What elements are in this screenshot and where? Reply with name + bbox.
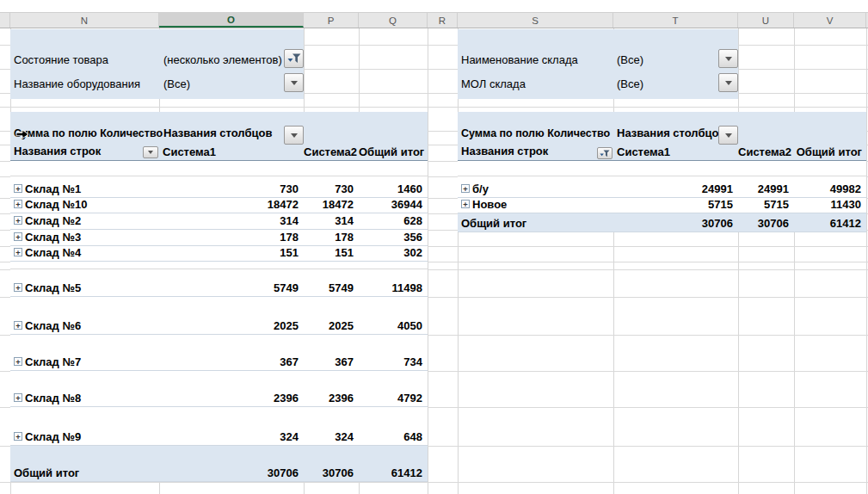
expand-button[interactable]: + xyxy=(14,321,22,330)
columns-dropdown-button[interactable] xyxy=(284,126,304,145)
plus-icon: + xyxy=(463,185,467,192)
pivot-column-header[interactable]: Система1 xyxy=(159,145,304,160)
value-cell[interactable]: 61412 xyxy=(359,466,428,481)
column-header-S[interactable]: S xyxy=(458,13,613,28)
value-cell[interactable]: 5749 xyxy=(159,281,304,296)
row-label-cell[interactable]: +Склад №9 xyxy=(10,430,159,445)
expand-button[interactable]: + xyxy=(461,184,470,193)
value-cell[interactable]: 730 xyxy=(304,182,359,197)
column-header-O-selected[interactable]: O xyxy=(159,13,304,28)
table-row: +Склад №2 314 314 628 xyxy=(10,213,428,230)
row-label-cell[interactable]: +Склад №1 xyxy=(10,182,159,197)
filter-dropdown-button[interactable] xyxy=(718,73,738,92)
filter-value[interactable]: (Все) xyxy=(163,77,190,90)
value-cell[interactable]: 4792 xyxy=(359,392,428,406)
column-header-Q[interactable]: Q xyxy=(359,13,428,28)
value-cell[interactable]: 4050 xyxy=(359,319,428,334)
row-label-cell[interactable]: +Новое xyxy=(458,198,613,213)
value-cell[interactable]: 30706 xyxy=(738,217,794,232)
value-cell[interactable]: 324 xyxy=(304,430,359,445)
pivot-column-header[interactable]: Система1 xyxy=(613,145,738,160)
filter-dropdown-button[interactable] xyxy=(718,49,738,68)
chevron-down-icon xyxy=(291,133,298,138)
expand-button[interactable]: + xyxy=(14,393,22,402)
pivot-column-header[interactable]: Общий итог xyxy=(359,145,428,160)
expand-button[interactable]: + xyxy=(14,248,22,256)
value-cell[interactable]: 30706 xyxy=(613,217,738,232)
filter-value[interactable]: (несколько элементов) xyxy=(163,53,282,66)
value-cell[interactable]: 314 xyxy=(159,214,304,229)
value-cell[interactable]: 24991 xyxy=(613,182,738,197)
pivot-filter-area-right: Наименование склада (Все) МОЛ склада (Вс… xyxy=(458,29,738,99)
value-cell[interactable]: 5715 xyxy=(738,198,794,213)
expand-button[interactable]: + xyxy=(14,232,22,241)
value-cell[interactable]: 36944 xyxy=(359,198,428,213)
value-cell[interactable]: 18472 xyxy=(304,198,359,213)
pivot-column-header[interactable]: Система2 xyxy=(304,145,359,160)
value-cell[interactable]: 49982 xyxy=(794,182,866,197)
value-cell[interactable]: 30706 xyxy=(159,466,304,481)
column-header-P[interactable]: P xyxy=(304,13,359,28)
row-label-cell[interactable]: +Склад №7 xyxy=(10,355,159,370)
filter-value[interactable]: (Все) xyxy=(617,53,643,66)
expand-button[interactable]: + xyxy=(14,216,22,225)
value-cell[interactable]: 61412 xyxy=(794,217,866,232)
value-cell[interactable]: 356 xyxy=(359,231,428,245)
row-label-cell[interactable]: Общий итог xyxy=(10,466,159,481)
expand-button[interactable]: + xyxy=(14,357,22,366)
value-cell[interactable]: 151 xyxy=(159,246,304,261)
row-label-cell[interactable]: +Склад №2 xyxy=(10,214,159,229)
value-cell[interactable]: 24991 xyxy=(738,182,794,197)
value-cell[interactable]: 11498 xyxy=(359,281,428,296)
column-header-R[interactable]: R xyxy=(428,13,458,28)
filter-value[interactable]: (Все) xyxy=(617,77,643,90)
pivot-header-right: Сумма по полю Количество Названия столбц… xyxy=(458,112,866,161)
value-cell[interactable]: 18472 xyxy=(159,198,304,213)
row-label-cell[interactable]: +Склад №8 xyxy=(10,392,159,406)
value-cell[interactable]: 367 xyxy=(304,355,359,370)
value-cell[interactable]: 178 xyxy=(304,231,359,245)
row-label-cell[interactable]: +Склад №6 xyxy=(10,319,159,334)
expand-button[interactable]: + xyxy=(14,432,22,441)
value-cell[interactable]: 628 xyxy=(359,214,428,229)
row-label-cell[interactable]: +Склад №10 xyxy=(10,198,159,213)
value-cell[interactable]: 5715 xyxy=(613,198,738,213)
value-cell[interactable]: 648 xyxy=(359,430,428,445)
filter-dropdown-button[interactable] xyxy=(284,73,304,92)
column-header-T[interactable]: T xyxy=(613,13,738,28)
expand-button[interactable]: + xyxy=(14,200,22,208)
filter-dropdown-button[interactable] xyxy=(284,49,304,68)
column-header-N[interactable]: N xyxy=(10,13,159,28)
value-cell[interactable]: 730 xyxy=(159,182,304,197)
column-header-gutter[interactable] xyxy=(0,13,10,28)
columns-dropdown-button[interactable] xyxy=(718,126,738,145)
value-cell[interactable]: 30706 xyxy=(304,466,359,481)
row-label-cell[interactable]: +Склад №4 xyxy=(10,246,159,261)
value-cell[interactable]: 2025 xyxy=(304,319,359,334)
row-label-cell[interactable]: +Склад №5 xyxy=(10,281,159,296)
value-cell[interactable]: 324 xyxy=(159,430,304,445)
pivot-column-header[interactable]: Общий итог xyxy=(794,145,866,160)
value-cell[interactable]: 5749 xyxy=(304,281,359,296)
expand-button[interactable]: + xyxy=(14,283,22,292)
expand-button[interactable]: + xyxy=(461,200,470,208)
value-cell[interactable]: 11430 xyxy=(794,198,866,213)
row-label-cell[interactable]: +б/у xyxy=(458,182,613,197)
value-cell[interactable]: 734 xyxy=(359,355,428,370)
value-cell[interactable]: 302 xyxy=(359,246,428,261)
value-cell[interactable]: 2025 xyxy=(159,319,304,334)
pivot-column-header[interactable]: Система2 xyxy=(738,145,794,160)
value-cell[interactable]: 2396 xyxy=(304,392,359,406)
value-cell[interactable]: 178 xyxy=(159,231,304,245)
expand-button[interactable]: + xyxy=(14,184,22,193)
column-header-U[interactable]: U xyxy=(738,13,794,28)
value-cell[interactable]: 2396 xyxy=(159,392,304,406)
value-cell[interactable]: 367 xyxy=(159,355,304,370)
row-label-cell[interactable]: Общий итог xyxy=(458,217,613,232)
value-cell[interactable]: 314 xyxy=(304,214,359,229)
row-label-cell[interactable]: +Склад №3 xyxy=(10,231,159,245)
column-header-V[interactable]: V xyxy=(794,13,866,28)
value-cell[interactable]: 1460 xyxy=(359,182,428,197)
table-row: +Склад №8 2396 2396 4792 xyxy=(10,371,428,407)
value-cell[interactable]: 151 xyxy=(304,246,359,261)
